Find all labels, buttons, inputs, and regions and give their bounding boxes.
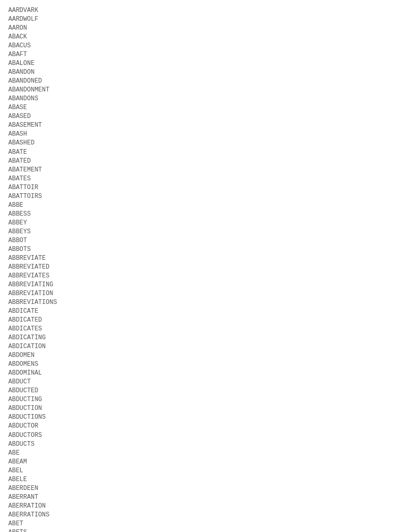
list-item: ABDUCTOR: [8, 422, 391, 431]
list-item: ABBEY: [8, 219, 391, 228]
list-item: ABBREVIATE: [8, 254, 391, 263]
list-item: ABET: [8, 520, 391, 528]
list-item: ABERRANT: [8, 493, 391, 502]
list-item: ABDOMEN: [8, 351, 391, 360]
list-item: ABBREVIATIONS: [8, 298, 391, 307]
list-item: ABATES: [8, 175, 391, 183]
list-item: ABBREVIATING: [8, 281, 391, 289]
list-item: ABALONE: [8, 59, 391, 68]
list-item: ABBEYS: [8, 228, 391, 236]
list-item: ABANDONMENT: [8, 86, 391, 95]
list-item: AARDWOLF: [8, 15, 391, 24]
list-item: ABATTOIRS: [8, 192, 391, 201]
list-item: ABASHED: [8, 139, 391, 148]
list-item: ABANDONS: [8, 95, 391, 103]
list-item: ABEAM: [8, 458, 391, 467]
list-item: ABBOT: [8, 236, 391, 245]
list-item: ABDUCT: [8, 378, 391, 387]
list-item: ABASED: [8, 112, 391, 121]
list-item: ABBREVIATES: [8, 272, 391, 281]
word-list: AARDVARKAARDWOLFAARONABACKABACUSABAFTABA…: [8, 6, 391, 532]
list-item: ABERRATIONS: [8, 511, 391, 520]
list-item: ABDUCTIONS: [8, 413, 391, 422]
list-item: ABDICATION: [8, 342, 391, 351]
list-item: ABDOMINAL: [8, 369, 391, 378]
list-item: ABATEMENT: [8, 166, 391, 175]
list-item: ABATE: [8, 148, 391, 157]
list-item: ABBESS: [8, 210, 391, 219]
list-item: ABERRATION: [8, 502, 391, 511]
list-item: ABASE: [8, 103, 391, 112]
list-item: ABDUCTED: [8, 387, 391, 395]
list-item: ABDICATE: [8, 307, 391, 316]
list-item: ABDUCTORS: [8, 431, 391, 440]
list-item: ABELE: [8, 475, 391, 484]
list-item: ABE: [8, 449, 391, 458]
list-item: ABDUCTION: [8, 404, 391, 413]
list-item: ABEL: [8, 467, 391, 475]
list-item: ABAFT: [8, 50, 391, 59]
list-item: ABANDONED: [8, 77, 391, 86]
list-item: ABBOTS: [8, 245, 391, 254]
list-item: ABERDEEN: [8, 484, 391, 493]
list-item: ABATED: [8, 157, 391, 166]
list-item: ABDOMENS: [8, 360, 391, 369]
list-item: ABDICATING: [8, 334, 391, 342]
list-item: ABANDON: [8, 68, 391, 77]
list-item: ABACK: [8, 33, 391, 42]
list-item: ABDUCTS: [8, 440, 391, 449]
list-item: ABASEMENT: [8, 121, 391, 130]
list-item: ABETS: [8, 528, 391, 532]
list-item: ABDICATED: [8, 316, 391, 325]
list-item: AARON: [8, 24, 391, 33]
list-item: ABASH: [8, 130, 391, 139]
list-item: ABACUS: [8, 42, 391, 50]
list-item: ABBE: [8, 201, 391, 210]
list-item: ABDUCTING: [8, 395, 391, 404]
list-item: ABDICATES: [8, 325, 391, 334]
list-item: AARDVARK: [8, 6, 391, 15]
list-item: ABBREVIATION: [8, 289, 391, 298]
list-item: ABATTOIR: [8, 183, 391, 192]
list-item: ABBREVIATED: [8, 263, 391, 272]
